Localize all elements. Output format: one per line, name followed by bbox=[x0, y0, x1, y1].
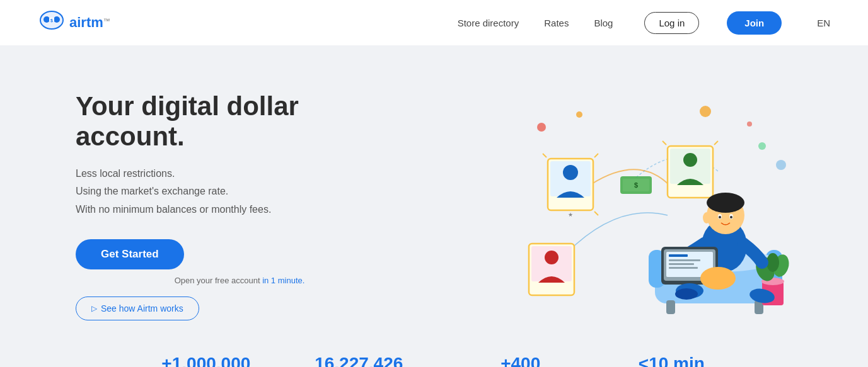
svg-point-46 bbox=[730, 216, 732, 218]
nav-blog[interactable]: Blog bbox=[594, 18, 613, 28]
svg-line-20 bbox=[594, 212, 598, 215]
hero-illustration: $ ★ bbox=[403, 71, 830, 335]
svg-text:★: ★ bbox=[568, 212, 573, 218]
svg-rect-32 bbox=[666, 300, 675, 314]
login-button[interactable]: Log in bbox=[644, 12, 699, 34]
svg-text:$: $ bbox=[50, 18, 53, 23]
main-nav: Store directory Rates Blog Log in Join E… bbox=[458, 11, 830, 35]
nav-rates[interactable]: Rates bbox=[544, 18, 569, 28]
hero-content: Your digital dollar account. Less local … bbox=[76, 85, 403, 320]
svg-line-19 bbox=[594, 154, 598, 157]
svg-point-16 bbox=[563, 165, 578, 180]
svg-point-6 bbox=[576, 111, 582, 118]
logo-text: airtm™ bbox=[69, 14, 110, 31]
svg-point-2 bbox=[54, 16, 60, 23]
header: $ airtm™ Store directory Rates Blog Log … bbox=[0, 0, 868, 45]
stat-networks: +400 banks & e-money networks bbox=[467, 354, 574, 367]
stat-number-networks: +400 bbox=[467, 354, 574, 367]
svg-point-9 bbox=[747, 121, 752, 127]
open-account-text: Open your free account in 1 minute. bbox=[76, 276, 403, 285]
see-how-button[interactable]: ▷ See how Airtm works bbox=[76, 296, 199, 320]
illustration-svg: $ ★ bbox=[441, 77, 794, 329]
join-button[interactable]: Join bbox=[727, 11, 782, 35]
language-selector[interactable]: EN bbox=[817, 18, 830, 28]
play-icon: ▷ bbox=[91, 304, 97, 313]
svg-line-18 bbox=[543, 154, 547, 157]
hero-subtitle: Less local restrictions. Using the marke… bbox=[76, 165, 403, 219]
svg-point-8 bbox=[758, 142, 766, 150]
stat-transactions: 16,227,426 transactions completed bbox=[313, 354, 404, 367]
hero-title: Your digital dollar account. bbox=[76, 91, 403, 152]
svg-point-56 bbox=[700, 267, 736, 290]
svg-point-47 bbox=[703, 212, 710, 223]
svg-rect-54 bbox=[669, 263, 694, 265]
stats-bar: +1,000,000 happy members 16,227,426 tran… bbox=[0, 335, 868, 367]
get-started-button[interactable]: Get Started bbox=[76, 239, 184, 269]
logo-icon: $ bbox=[38, 9, 66, 37]
svg-point-28 bbox=[545, 251, 558, 264]
svg-point-23 bbox=[683, 153, 697, 167]
svg-point-42 bbox=[707, 193, 744, 213]
stat-number-members: +1,000,000 bbox=[161, 354, 250, 367]
svg-line-25 bbox=[714, 141, 718, 145]
svg-text:$: $ bbox=[634, 181, 637, 189]
svg-point-45 bbox=[719, 216, 721, 218]
logo[interactable]: $ airtm™ bbox=[38, 9, 110, 37]
svg-point-58 bbox=[675, 288, 698, 300]
svg-rect-55 bbox=[669, 267, 698, 269]
stat-members: +1,000,000 happy members bbox=[161, 354, 250, 367]
hero-section: Your digital dollar account. Less local … bbox=[0, 45, 868, 335]
svg-rect-52 bbox=[669, 254, 688, 257]
svg-rect-53 bbox=[669, 259, 700, 261]
stat-speed: <10 min transaction speed bbox=[637, 354, 707, 367]
svg-point-5 bbox=[537, 123, 546, 132]
svg-point-7 bbox=[700, 106, 711, 117]
nav-store-directory[interactable]: Store directory bbox=[458, 18, 519, 28]
svg-point-10 bbox=[776, 160, 786, 170]
stat-number-transactions: 16,227,426 bbox=[313, 354, 404, 367]
svg-point-1 bbox=[43, 16, 50, 23]
stat-number-speed: <10 min bbox=[637, 354, 707, 367]
svg-line-24 bbox=[663, 141, 666, 145]
